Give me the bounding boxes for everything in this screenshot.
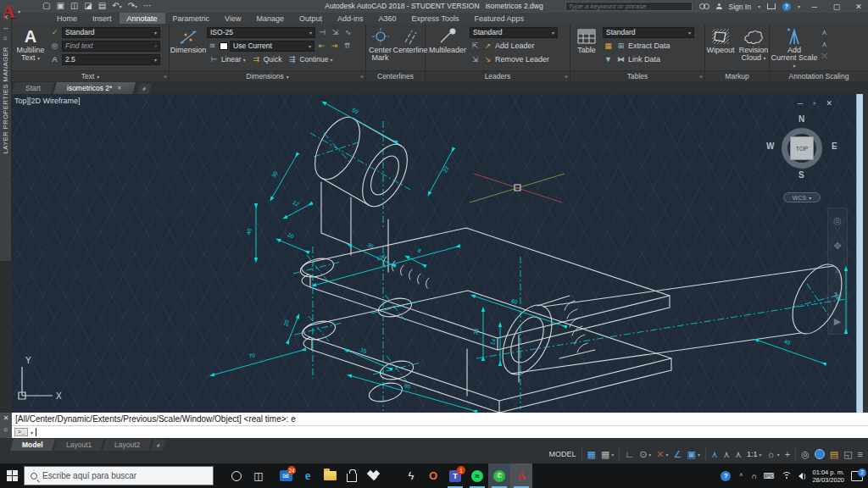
palette-properties-icon[interactable]: ☼ — [3, 33, 8, 43]
viewcube-east[interactable]: E — [832, 141, 837, 151]
leader-collect-icon[interactable]: ⇱ — [470, 42, 481, 50]
command-close-icon[interactable]: ✕ — [3, 414, 9, 422]
dim-layer-combo[interactable]: Use Current▾ — [230, 41, 314, 52]
ribbon-tab-view[interactable]: View — [217, 13, 248, 24]
ribbon-tab-express-tools[interactable]: Express Tools — [404, 13, 467, 24]
cortana-button[interactable] — [225, 463, 248, 488]
workspace-gear-icon[interactable]: ☼ — [767, 449, 776, 459]
keyword-search-input[interactable] — [565, 2, 693, 11]
layer-properties-palette-bar[interactable]: ✕ ↔ ☼ LAYER PROPERTIES MANAGER — [0, 13, 12, 261]
annotation-visibility-icon[interactable]: ⋏ — [711, 449, 718, 460]
snap-mode-icon[interactable]: ▦ — [601, 449, 609, 460]
fullscreen-icon[interactable]: ◱ — [843, 449, 852, 460]
download-data-icon[interactable]: ▼ — [603, 55, 614, 64]
text-height-combo[interactable]: 2.5▾ — [62, 54, 160, 65]
centerline-button[interactable]: Centerline — [396, 24, 425, 69]
command-prompt-icon[interactable]: >_ — [14, 428, 28, 436]
wipeout-button[interactable]: Wipeout — [705, 24, 736, 69]
sign-in-button[interactable]: Sign In — [729, 3, 751, 11]
showmotion-icon[interactable]: ▶ — [834, 316, 841, 327]
text-style-combo[interactable]: Standard▾ — [62, 27, 160, 38]
mail-app-button[interactable]: ✉24 — [275, 463, 297, 488]
teams-app-button[interactable]: T1 — [444, 463, 466, 488]
search-binoculars-icon[interactable] — [699, 3, 709, 9]
leader-align-icon[interactable]: ⇲ — [470, 55, 481, 64]
viewport-restore-icon[interactable]: ▫ — [813, 99, 815, 108]
object-snap-icon[interactable]: ▣ — [687, 449, 695, 460]
viewcube-top-face[interactable]: TOP — [790, 136, 814, 160]
ribbon-tab-featured-apps[interactable]: Featured Apps — [466, 13, 531, 24]
store-app-button[interactable] — [341, 463, 363, 488]
command-history-line[interactable]: [All/Center/Dynamic/Extents/Previous/Sca… — [12, 413, 868, 426]
viewcube-west[interactable]: W — [766, 141, 774, 151]
file-tab-start[interactable]: Start — [12, 82, 54, 94]
table-button[interactable]: Table — [570, 24, 603, 69]
wcs-dropdown[interactable]: WCS▾ — [783, 192, 821, 202]
start-button[interactable] — [0, 463, 24, 488]
object-snap-tracking-icon[interactable]: ∠ — [674, 449, 682, 460]
link-data-button[interactable]: Link Data — [628, 55, 660, 64]
help-dropdown-icon[interactable]: ▾ — [798, 3, 800, 9]
action-center-icon[interactable]: 2 — [851, 471, 863, 481]
dim-break-icon[interactable]: ⊣ — [317, 28, 328, 36]
isodraft-icon[interactable]: ✕ — [656, 449, 664, 460]
maximize-button[interactable]: ▢ — [829, 3, 844, 11]
clean-screen-icon[interactable]: ▤ — [830, 449, 838, 460]
scale-delete-icon[interactable]: ⤬ — [819, 52, 830, 61]
viewcube[interactable]: N W E S TOP WCS▾ — [760, 114, 844, 208]
edge-app-button[interactable]: e — [297, 463, 319, 488]
new-drawing-tab-button[interactable]: + — [136, 84, 151, 94]
audio-device-icon[interactable]: ∩ — [751, 472, 756, 480]
leader-style-combo[interactable]: Standard▾ — [470, 27, 558, 38]
dropbox-app-button[interactable] — [363, 463, 385, 488]
panel-label-annotation-scaling[interactable]: Annotation Scaling — [770, 70, 868, 81]
isolate-objects-icon[interactable]: ◎ — [801, 449, 810, 460]
ribbon-tab-a360[interactable]: A360 — [371, 13, 404, 24]
grid-display-icon[interactable]: ▦ — [587, 449, 596, 460]
spell-check-icon[interactable]: ✓ — [49, 28, 60, 36]
command-input-line[interactable]: >_ ▾ — [12, 426, 868, 438]
layout-tab-layout2[interactable]: Layout2 — [103, 439, 152, 451]
panel-label-centerlines[interactable]: Centerlines — [366, 70, 425, 81]
autoscale-icon[interactable]: ⋏ — [723, 449, 730, 460]
ribbon-tab-add-ins[interactable]: Add-ins — [330, 13, 371, 24]
file-tab-close-icon[interactable]: ✕ — [117, 85, 122, 92]
revision-cloud-button[interactable]: RevisionCloud ▾ — [738, 24, 769, 69]
ribbon-tab-parametric[interactable]: Parametric — [165, 13, 218, 24]
taskbar-clock[interactable]: 01:04 p. m. 28/03/2020 — [812, 469, 844, 484]
ribbon-tab-output[interactable]: Output — [292, 13, 330, 24]
panel-label-leaders[interactable]: Leaders» — [426, 70, 570, 81]
dim-reassociate-icon[interactable]: ⇈ — [342, 42, 353, 50]
autocad-taskbar-button[interactable]: A — [510, 463, 532, 488]
whatsapp-app-button[interactable]: ✆ — [488, 463, 510, 488]
extract-data-button[interactable]: Extract Data — [628, 42, 670, 50]
dim-override-icon[interactable]: ⇥ — [329, 42, 340, 50]
orbit-icon[interactable]: ↻ — [833, 291, 841, 302]
panel-label-markup[interactable]: Markup — [705, 70, 769, 81]
viewcube-north[interactable]: N — [798, 114, 804, 124]
scale-list-icon[interactable]: ⋏ — [819, 28, 830, 36]
dim-jog-icon[interactable]: ∿ — [342, 28, 353, 36]
layout-tab-model[interactable]: Model — [10, 439, 55, 451]
touch-keyboard-icon[interactable]: ⌨ — [764, 472, 775, 480]
ucs-icon[interactable] — [19, 367, 53, 399]
spotify-app-button[interactable]: ≈ — [466, 463, 488, 488]
ribbon-tab-home[interactable]: Home — [49, 13, 85, 24]
navwheel-icon[interactable]: ◎ — [833, 215, 842, 226]
palette-autohide-icon[interactable]: ↔ — [3, 23, 9, 33]
continue-dim-button[interactable]: ⇶Continue▾ — [285, 55, 334, 64]
ribbon-tab-manage[interactable]: Manage — [248, 13, 292, 24]
quick-dim-button[interactable]: ⇉Quick — [249, 55, 284, 64]
lightning-app-button[interactable]: ϟ — [400, 463, 422, 488]
store-cart-icon[interactable] — [767, 3, 776, 9]
panel-label-tables[interactable]: Tables» — [570, 70, 704, 81]
help-icon[interactable]: ? — [782, 3, 791, 11]
customization-menu-icon[interactable]: ≡ — [858, 449, 863, 459]
center-mark-button[interactable]: CenterMark — [366, 24, 394, 69]
hardware-acceleration-icon[interactable] — [815, 449, 825, 459]
sync-scale-icon[interactable]: ⋏ — [819, 40, 830, 48]
table-style-combo[interactable]: Standard▾ — [603, 27, 694, 38]
command-wrench-icon[interactable]: ☼ — [3, 425, 8, 433]
drawing-canvas[interactable]: Top][2D Wireframe] ─ ▫ ✕ — [12, 94, 856, 413]
volume-icon[interactable]: ) — [798, 472, 806, 480]
